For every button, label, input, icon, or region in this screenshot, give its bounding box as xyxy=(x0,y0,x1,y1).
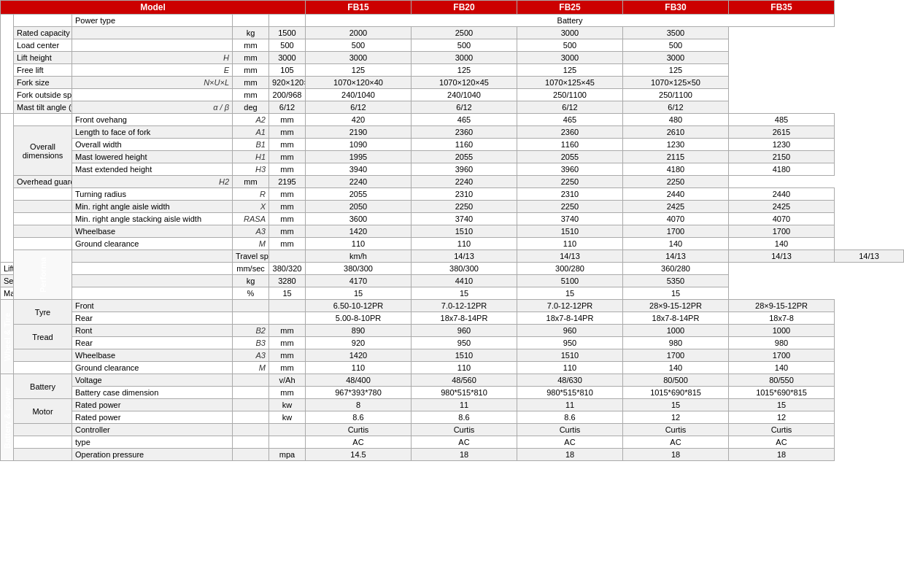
value-fb35: 2440 xyxy=(729,188,835,201)
value-fb15: 105 xyxy=(269,64,306,77)
symbol-cell: M xyxy=(233,238,269,250)
value-fb20: 1510 xyxy=(412,225,517,238)
value-fb30: 28×9-15-12PR xyxy=(623,300,729,312)
value-fb35: 15 xyxy=(623,287,729,300)
value-fb35: 3000 xyxy=(623,52,729,64)
table-row: Overhead guard heightH2mm219522402240225… xyxy=(1,176,904,188)
value-fb15: AC xyxy=(306,436,412,449)
value-fb35: 1070×125×50 xyxy=(623,77,729,89)
row-label: type xyxy=(72,436,233,449)
value-fb30: 15 xyxy=(517,287,623,300)
value-fb25: 3000 xyxy=(412,52,517,64)
value-fb30: 140 xyxy=(623,238,729,250)
value-fb20: 2310 xyxy=(412,188,517,201)
row-label: Ront xyxy=(72,325,233,337)
value-fb30: 3000 xyxy=(517,27,623,39)
table-row: Min. right angle stacking aisle widthRAS… xyxy=(1,213,904,225)
row-label: Ground clearance xyxy=(72,238,233,250)
unit-cell: mm xyxy=(269,139,306,151)
value-fb15: 2050 xyxy=(306,201,412,213)
value-fb30: Curtis xyxy=(623,424,729,436)
value-fb15: 3000 xyxy=(269,52,306,64)
group-cell: Overall dimensions xyxy=(14,126,72,176)
value-fb30: 18 xyxy=(623,449,729,461)
row-label: Battery case dimension xyxy=(72,387,233,399)
value-fb15: 2055 xyxy=(306,188,412,201)
value-fb30: 80/500 xyxy=(623,374,729,387)
table-row: Overall dimensionsLength to face of fork… xyxy=(1,126,904,139)
unit-cell xyxy=(269,300,306,312)
table-row: Mast lowered heightH1mm19952055205521152… xyxy=(1,151,904,163)
row-label: Wheelbase xyxy=(72,349,233,362)
value-fb20: 2250 xyxy=(412,201,517,213)
symbol-cell xyxy=(233,387,269,399)
value-fb25: 500 xyxy=(412,39,517,52)
value-fb15: 920 xyxy=(306,337,412,349)
row-label: Rated power xyxy=(72,411,233,424)
value-fb35: 980 xyxy=(729,337,835,349)
value-fb30: 125 xyxy=(517,64,623,77)
row-label: Max. gradebility xyxy=(1,287,14,300)
value-fb15: 15 xyxy=(269,287,306,300)
symbol-cell: A3 xyxy=(233,225,269,238)
value-fb15: 890 xyxy=(306,325,412,337)
value-fb20: 240/1040 xyxy=(306,89,412,101)
value-fb25: 240/1040 xyxy=(412,89,517,101)
table-row: Load centermm500500500500500 xyxy=(1,39,904,52)
symbol-cell xyxy=(233,15,269,27)
symbol-cell xyxy=(72,27,233,39)
value-fb30: 3000 xyxy=(517,52,623,64)
fb30-header: FB30 xyxy=(623,1,729,15)
value-fb15: 110 xyxy=(306,238,412,250)
group-cell-empty xyxy=(72,250,233,263)
table-row: Lift heightHmm30003000300030003000 xyxy=(1,52,904,64)
value-fb20: 465 xyxy=(412,114,517,126)
value-fb35: 18x7-8 xyxy=(729,312,835,325)
value-fb25: 3740 xyxy=(517,213,623,225)
unit-cell: mm xyxy=(233,77,269,89)
value-fb30: 4070 xyxy=(623,213,729,225)
value-fb25: 1160 xyxy=(517,139,623,151)
table-row: typeACACACACAC xyxy=(1,436,904,449)
value-fb25: 950 xyxy=(517,337,623,349)
value-fb30: 980 xyxy=(623,337,729,349)
value-fb35: 3500 xyxy=(623,27,729,39)
unit-cell xyxy=(269,15,306,27)
value-fb20: 3960 xyxy=(412,163,517,176)
value-fb20: 7.0-12-12PR xyxy=(412,300,517,312)
unit-cell: kg xyxy=(233,275,269,287)
symbol-cell xyxy=(233,424,269,436)
unit-cell: mm xyxy=(233,89,269,101)
row-label: Travel speed (no load / full load) xyxy=(233,250,269,263)
value-fb35: 28×9-15-12PR xyxy=(729,300,835,312)
table-row: Turning radiusRmm20552310231024402440 xyxy=(1,188,904,201)
row-label: Front xyxy=(72,300,233,312)
symbol-cell: H xyxy=(72,52,233,64)
symbol-cell: H2 xyxy=(72,176,233,188)
group-cell-empty xyxy=(14,114,72,126)
value-fb20: 3000 xyxy=(306,52,412,64)
symbol-cell xyxy=(72,263,233,275)
row-label: Mast extended height xyxy=(72,163,233,176)
table-row: Mast tilt angle (forward/backward)α / βd… xyxy=(1,101,904,114)
value-fb35: 140 xyxy=(729,362,835,374)
group-cell: Tyre xyxy=(14,300,72,325)
symbol-cell xyxy=(72,275,233,287)
table-row: Min. right angle aisle widthXmm205022502… xyxy=(1,201,904,213)
section-label-battery-&-power: Battery & power xyxy=(1,374,14,461)
value-fb15: 48/400 xyxy=(306,374,412,387)
table-row: MotorRated powerkw811111515 xyxy=(1,399,904,411)
value-fb20: 18 xyxy=(412,449,517,461)
value-fb20: 6/12 xyxy=(306,101,412,114)
value-fb35: 250/1100 xyxy=(623,89,729,101)
symbol-cell xyxy=(233,411,269,424)
value-fb35: 4070 xyxy=(729,213,835,225)
value-fb20: 18x7-8-14PR xyxy=(412,312,517,325)
table-row: Rated powerkw8.68.68.61212 xyxy=(1,411,904,424)
symbol-cell xyxy=(72,39,233,52)
row-label: Voltage xyxy=(72,374,233,387)
table-row: TreadRontB2mm89096096010001000 xyxy=(1,325,904,337)
value-fb20: 500 xyxy=(306,39,412,52)
value-fb30: 14/13 xyxy=(729,250,835,263)
value-fb25: Curtis xyxy=(517,424,623,436)
